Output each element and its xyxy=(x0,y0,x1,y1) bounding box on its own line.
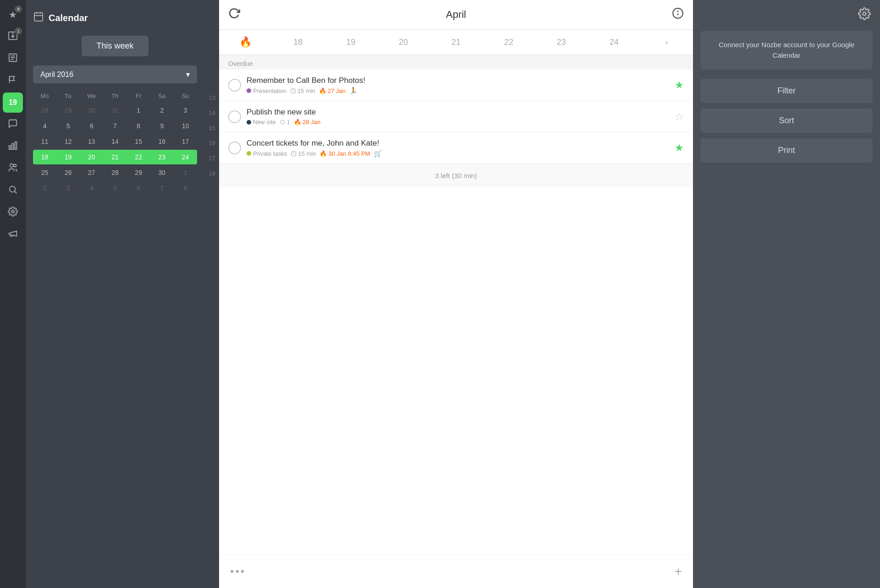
svg-point-10 xyxy=(10,163,13,167)
cal-day[interactable]: 26 xyxy=(56,165,80,180)
cal-day[interactable]: 6 xyxy=(80,119,103,133)
more-options-button[interactable]: ••• xyxy=(230,565,246,578)
cal-day[interactable]: 14 xyxy=(103,134,126,149)
task-item-2[interactable]: Publish the new site New site 1 🔥 28 Jan xyxy=(219,101,693,132)
week-day-18[interactable]: 18 xyxy=(272,31,324,54)
sidebar-item-search[interactable] xyxy=(3,180,23,201)
svg-rect-8 xyxy=(12,143,14,149)
sidebar-item-chat[interactable] xyxy=(3,114,23,135)
week-row-6: 2 3 4 5 6 7 8 xyxy=(33,181,197,196)
cal-day[interactable]: 30 xyxy=(80,103,103,118)
cal-day[interactable]: 4 xyxy=(33,119,56,133)
sidebar-item-star[interactable]: ★ 8 xyxy=(3,5,23,25)
cal-day[interactable]: 1 xyxy=(174,165,197,180)
sidebar-item-notes[interactable] xyxy=(3,49,23,69)
cal-day[interactable]: 29 xyxy=(56,103,80,118)
next-week-button[interactable]: › xyxy=(640,31,693,54)
search-icon xyxy=(8,185,18,197)
cal-day[interactable]: 9 xyxy=(150,119,174,133)
cal-day-19[interactable]: 19 xyxy=(56,150,80,164)
day-header-su: Su xyxy=(174,91,197,101)
cal-day[interactable]: 15 xyxy=(127,134,150,149)
cal-day[interactable]: 27 xyxy=(80,165,103,180)
cal-day[interactable]: 7 xyxy=(103,119,126,133)
refresh-icon[interactable] xyxy=(228,7,240,22)
cal-day-24[interactable]: 24 xyxy=(174,150,197,164)
sidebar-item-flag[interactable] xyxy=(3,71,23,91)
cal-day[interactable]: 7 xyxy=(150,181,174,196)
sidebar-item-megaphone[interactable] xyxy=(3,224,23,245)
cal-day[interactable]: 5 xyxy=(56,119,80,133)
cal-day[interactable]: 1 xyxy=(127,103,150,118)
week-day-19[interactable]: 19 xyxy=(324,31,377,54)
cal-day[interactable]: 8 xyxy=(174,181,197,196)
connect-google-calendar-box[interactable]: Connect your Nozbe account to your Googl… xyxy=(700,31,873,70)
cal-day[interactable]: 31 xyxy=(103,103,126,118)
sidebar-item-chart[interactable] xyxy=(3,136,23,157)
task-checkbox-1[interactable] xyxy=(228,79,241,92)
cal-day-22[interactable]: 22 xyxy=(127,150,150,164)
task-checkbox-2[interactable] xyxy=(228,110,241,123)
cal-day-18[interactable]: 18 xyxy=(33,150,56,164)
task-content-1: Remember to Call Ben for Photos! Present… xyxy=(247,76,669,94)
week-day-21[interactable]: 21 xyxy=(430,31,483,54)
cal-day[interactable]: 28 xyxy=(33,103,56,118)
connect-text: Connect your Nozbe account to your Googl… xyxy=(719,41,854,59)
cal-day[interactable]: 17 xyxy=(174,134,197,149)
week-day-24[interactable]: 24 xyxy=(588,31,640,54)
print-button[interactable]: Print xyxy=(700,138,873,163)
sidebar-item-inbox[interactable]: 1 xyxy=(3,27,23,47)
sidebar-item-calendar[interactable]: 19 xyxy=(3,93,23,113)
task-comments-2: 1 xyxy=(280,119,290,125)
day-header-th: Th xyxy=(103,91,126,101)
cal-day[interactable]: 2 xyxy=(33,181,56,196)
info-icon[interactable] xyxy=(672,7,684,22)
cal-day[interactable]: 5 xyxy=(103,181,126,196)
task-star-3[interactable]: ★ xyxy=(675,142,684,154)
cal-day[interactable]: 10 xyxy=(174,119,197,133)
cal-day[interactable]: 12 xyxy=(56,134,80,149)
week-day-23[interactable]: 23 xyxy=(535,31,588,54)
right-header xyxy=(693,0,880,31)
cal-day[interactable]: 2 xyxy=(150,103,174,118)
cal-day[interactable]: 13 xyxy=(80,134,103,149)
cal-day-21[interactable]: 21 xyxy=(103,150,126,164)
project-dot-2 xyxy=(247,120,251,125)
cal-day[interactable]: 25 xyxy=(33,165,56,180)
cal-day[interactable]: 16 xyxy=(150,134,174,149)
cal-day[interactable]: 30 xyxy=(150,165,174,180)
cal-day[interactable]: 28 xyxy=(103,165,126,180)
cal-day[interactable]: 29 xyxy=(127,165,150,180)
gear-icon[interactable] xyxy=(858,7,871,23)
week-day-20[interactable]: 20 xyxy=(377,31,430,54)
task-project-3: Private tasks xyxy=(247,150,287,157)
month-selector[interactable]: April 2016 ▾ xyxy=(33,65,197,83)
task-time-3: 15 min xyxy=(291,150,316,157)
task-checkbox-3[interactable] xyxy=(228,142,241,154)
task-star-2[interactable]: ☆ xyxy=(675,111,684,123)
this-week-button[interactable]: This week xyxy=(82,36,148,56)
cal-day[interactable]: 3 xyxy=(56,181,80,196)
cal-day[interactable]: 11 xyxy=(33,134,56,149)
task-item-3[interactable]: Concert tickets for me, John and Kate! P… xyxy=(219,132,693,164)
cal-day[interactable]: 8 xyxy=(127,119,150,133)
sidebar-item-settings[interactable] xyxy=(3,202,23,223)
fire-icon[interactable]: 🔥 xyxy=(219,30,272,54)
task-star-1[interactable]: ★ xyxy=(675,79,684,91)
task-duration-3: 15 min xyxy=(298,150,316,157)
cal-day[interactable]: 3 xyxy=(174,103,197,118)
cal-day-20[interactable]: 20 xyxy=(80,150,103,164)
star-badge: 8 xyxy=(15,5,22,13)
cal-day[interactable]: 6 xyxy=(127,181,150,196)
task-cart-icon-3: 🛒 xyxy=(374,150,382,157)
sort-button[interactable]: Sort xyxy=(700,109,873,133)
notes-icon xyxy=(8,53,18,65)
cal-day[interactable]: 4 xyxy=(80,181,103,196)
megaphone-icon xyxy=(8,229,18,241)
filter-button[interactable]: Filter xyxy=(700,79,873,103)
week-day-22[interactable]: 22 xyxy=(482,31,535,54)
cal-day-23[interactable]: 23 xyxy=(150,150,174,164)
sidebar-item-people[interactable] xyxy=(3,158,23,179)
add-task-button[interactable]: + xyxy=(675,564,682,579)
task-item-1[interactable]: Remember to Call Ben for Photos! Present… xyxy=(219,70,693,101)
